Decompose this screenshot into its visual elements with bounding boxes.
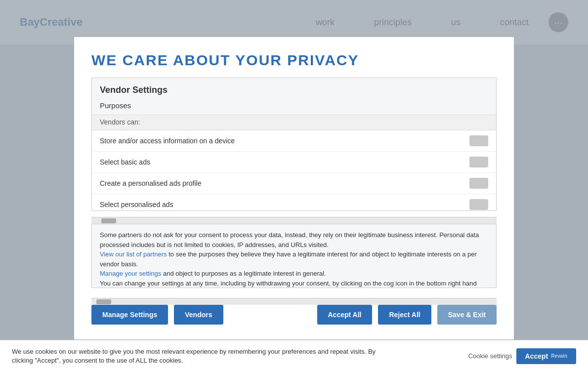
vendor-settings-box: Vendor Settings Purposes Vendors can: St… (91, 78, 497, 211)
cookie-bar-actions: Cookie settings Accept Revain (468, 348, 576, 364)
toggle-row-personalised-ads: Select personalised ads (92, 194, 496, 210)
cookie-bar-text: We use cookies on our website to give yo… (12, 347, 437, 365)
toggle-row-personalised-ads-profile: Create a personalised ads profile (92, 173, 496, 194)
vendors-button[interactable]: Vendors (174, 305, 223, 325)
manage-settings-button[interactable]: Manage Settings (91, 305, 168, 325)
info-text-3: Manage your settings and object to purpo… (100, 269, 488, 279)
cookie-text-line1: We use cookies on our website to give yo… (12, 348, 376, 355)
info-h-scroll-thumb (96, 299, 111, 304)
vendor-h-scroll-thumb (101, 218, 116, 223)
info-h-scrollbar[interactable] (91, 298, 497, 305)
vendor-settings-heading: Vendor Settings (92, 78, 496, 99)
info-text-1: Some partners do not ask for your consen… (100, 230, 488, 249)
purposes-label: Purposes (92, 99, 496, 115)
info-text-4: You can change your settings at any time… (100, 279, 488, 288)
toggle-row-store: Store and/or access information on a dev… (92, 130, 496, 152)
info-text-3b: and object to purposes as a legitimate i… (163, 270, 326, 277)
toggle-label-personalised-ads: Select personalised ads (100, 201, 173, 208)
toggle-store[interactable] (469, 135, 488, 146)
vendor-h-scrollbar[interactable] (91, 217, 497, 224)
modal-title: WE CARE ABOUT YOUR PRIVACY (91, 52, 497, 69)
toggle-basic-ads[interactable] (469, 157, 488, 167)
info-area-scroll[interactable]: Some partners do not ask for your consen… (92, 224, 496, 288)
toggle-label-store: Store and/or access information on a dev… (100, 137, 235, 145)
revain-logo: Revain (551, 353, 567, 359)
info-area: Some partners do not ask for your consen… (91, 224, 497, 288)
cookie-bar: We use cookies on our website to give yo… (0, 340, 588, 372)
toggle-label-personalised-ads-profile: Create a personalised ads profile (100, 179, 201, 187)
toggle-row-basic-ads: Select basic ads (92, 152, 496, 173)
view-partners-link[interactable]: View our list of partners (100, 250, 167, 258)
accept-all-button[interactable]: Accept All (317, 305, 373, 325)
toggle-personalised-ads[interactable] (469, 199, 488, 210)
modal-buttons-row: Manage Settings Vendors Accept All Rejec… (91, 305, 497, 325)
vendor-settings-scroll[interactable]: Vendor Settings Purposes Vendors can: St… (92, 78, 496, 210)
cookie-accept-label: Accept (525, 352, 548, 360)
cookie-settings-link[interactable]: Cookie settings (468, 352, 512, 360)
save-exit-button[interactable]: Save & Exit (437, 305, 497, 325)
reject-all-button[interactable]: Reject All (378, 305, 431, 325)
toggle-personalised-ads-profile[interactable] (469, 178, 488, 189)
cookie-accept-button[interactable]: Accept Revain (516, 348, 576, 364)
info-text-2: View our list of partners to see the pur… (100, 249, 488, 269)
manage-settings-link[interactable]: Manage your settings (100, 270, 161, 277)
privacy-modal: WE CARE ABOUT YOUR PRIVACY Vendor Settin… (74, 37, 514, 339)
vendors-can-label: Vendors can: (92, 115, 496, 130)
cookie-text-line2: clicking "Accept", you consent to the us… (12, 357, 183, 364)
toggle-label-basic-ads: Select basic ads (100, 158, 150, 166)
